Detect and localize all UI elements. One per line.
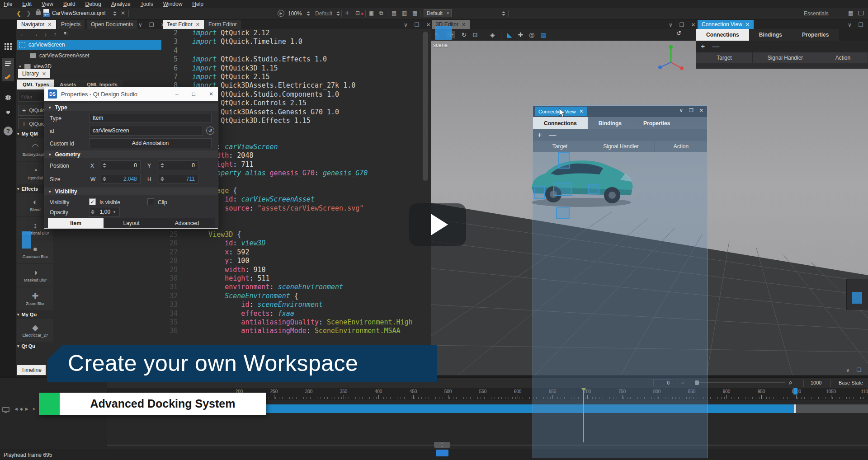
reset-icon[interactable]: ↺: [206, 127, 214, 135]
close-icon[interactable]: ✕: [42, 71, 46, 77]
timeline-section-bar[interactable]: [219, 404, 794, 413]
open-file-name[interactable]: CarViewScreen.ui.qml: [52, 10, 106, 16]
help-icon[interactable]: ?: [2, 125, 14, 137]
dialog-tab-advanced[interactable]: Advanced: [159, 218, 215, 228]
float-icon[interactable]: ❐: [689, 108, 693, 113]
float-icon[interactable]: ❐: [149, 22, 154, 28]
zoom-in-icon[interactable]: ⌕: [789, 379, 793, 386]
tab-navigator[interactable]: Navigator✕: [17, 20, 56, 29]
tab-timeline[interactable]: Timeline: [17, 365, 46, 375]
editor-pane-controls[interactable]: ∨❐✕: [404, 22, 431, 28]
column-signal-handler[interactable]: Signal Handler: [587, 141, 655, 152]
code-line[interactable]: 32 SceneEnvironment {: [161, 292, 431, 300]
code-line[interactable]: 3import QtQuick.Timeline 1.0: [161, 38, 431, 46]
filter-icon[interactable]: ▼⁞: [63, 31, 68, 38]
video-scrubber-handle[interactable]: [436, 450, 448, 456]
menu-help[interactable]: Help: [192, 1, 203, 7]
move-down-icon[interactable]: ↓: [44, 31, 47, 38]
tab-open-documents[interactable]: Open Documents: [87, 20, 137, 29]
library-section-header[interactable]: ▾My Qu: [17, 311, 54, 318]
move-right-icon[interactable]: →: [32, 31, 38, 38]
library-item[interactable]: ◑Masked Blur: [17, 264, 53, 286]
menu-build[interactable]: Build: [63, 1, 75, 7]
code-line[interactable]: 29 width: 910: [161, 266, 431, 274]
rotate-tool-icon[interactable]: ↻: [461, 31, 467, 38]
grid-icon[interactable]: ▦: [412, 10, 417, 16]
close-icon[interactable]: ✕: [462, 22, 466, 28]
code-line[interactable]: 2import QtQuick 2.12: [161, 29, 431, 38]
float-icon[interactable]: ❐: [859, 22, 863, 28]
code-line[interactable]: 26 id: view3D: [161, 239, 431, 248]
menu-tools[interactable]: Tools: [141, 1, 153, 7]
columns-icon[interactable]: ▥: [402, 10, 407, 16]
timeline-scrollbar-handle[interactable]: ⌄⌄: [434, 442, 450, 448]
viewport-pane-controls[interactable]: ∨❐✕: [669, 22, 696, 28]
id-field[interactable]: carViewScreen: [89, 126, 203, 136]
welcome-grid-icon[interactable]: [2, 41, 14, 52]
add-connection-button[interactable]: +: [701, 42, 705, 51]
editor-scrollbar[interactable]: [423, 32, 428, 181]
code-line[interactable]: 36 antialiasingMode: SceneEnvironment.MS…: [161, 327, 431, 335]
chevron-down-icon[interactable]: ∨: [138, 22, 142, 28]
minimize-icon[interactable]: –: [175, 91, 179, 97]
chevron-down-icon[interactable]: ∨: [404, 22, 408, 28]
remove-connection-button[interactable]: —: [549, 131, 556, 139]
timeline-section-bar-overflow[interactable]: [796, 404, 868, 413]
outline-add-icon[interactable]: ⧉: [379, 10, 383, 16]
views-grid-icon[interactable]: ▦: [848, 10, 853, 16]
floating-connection-view[interactable]: Connection View ✕ ∨❐✕ Connections Bindin…: [533, 105, 708, 458]
code-line[interactable]: 6import QtQuick3D 1.15: [161, 64, 431, 73]
camera-mode-icon[interactable]: ◣: [507, 31, 512, 38]
clip-checkbox[interactable]: ✓: [147, 198, 154, 205]
close-icon[interactable]: ✕: [699, 108, 703, 113]
section-type[interactable]: ▾Type: [44, 103, 218, 111]
section-geometry[interactable]: ▾Geometry: [44, 150, 218, 158]
menu-file[interactable]: File: [4, 1, 12, 7]
keyframe-icon[interactable]: ◆: [20, 407, 23, 411]
code-line[interactable]: 4: [161, 47, 431, 55]
tab-projects[interactable]: Projects: [57, 20, 85, 29]
code-line[interactable]: 34 effects: fxaa: [161, 310, 431, 318]
float-icon[interactable]: ❐: [857, 367, 862, 373]
column-action[interactable]: Action: [818, 52, 868, 63]
y-stepper[interactable]: 0: [159, 160, 198, 170]
tab-properties[interactable]: Properties: [792, 29, 839, 41]
tab-bindings[interactable]: Bindings: [749, 29, 792, 41]
lock-icon[interactable]: [36, 11, 41, 15]
close-file-icon[interactable]: ✕: [121, 10, 125, 16]
expander-icon[interactable]: ▾: [19, 64, 21, 69]
library-item[interactable]: ✚Zoom Blur: [17, 287, 53, 310]
move-left-icon[interactable]: ←: [20, 31, 26, 38]
annotation-stepper[interactable]: [502, 11, 505, 16]
height-stepper[interactable]: 711: [159, 174, 198, 184]
tab-connections[interactable]: Connections: [696, 29, 749, 41]
close-icon[interactable]: ✕: [209, 91, 213, 97]
debug-bug-icon[interactable]: [2, 91, 14, 103]
edit-list-icon[interactable]: [2, 58, 14, 70]
menu-debug[interactable]: Debug: [85, 1, 101, 7]
close-icon[interactable]: ✕: [579, 108, 583, 114]
comments-icon[interactable]: [858, 11, 864, 15]
axis-gizmo[interactable]: [656, 44, 685, 78]
x-stepper[interactable]: 0: [101, 160, 141, 170]
dialog-titlebar[interactable]: DS Properties - Qt Design Studio – □ ✕: [44, 87, 218, 101]
float-icon[interactable]: ❐: [415, 22, 420, 28]
connection-pane-controls[interactable]: ∨❐✕: [848, 22, 868, 28]
global-axis-icon[interactable]: ✚: [518, 31, 524, 38]
zoom-stepper[interactable]: [307, 11, 310, 16]
add-annotation-button[interactable]: Add Annotation: [89, 138, 212, 148]
menu-view[interactable]: View: [42, 1, 53, 7]
state-selector[interactable]: Base State: [839, 380, 863, 385]
section-visibility[interactable]: ▾Visibility: [44, 188, 218, 195]
next-keyframe-icon[interactable]: ▶: [25, 407, 28, 411]
chevron-down-icon[interactable]: ∨: [669, 22, 673, 28]
tab-form-editor[interactable]: Form Editor: [204, 20, 241, 29]
menu-analyze[interactable]: Analyze: [111, 1, 131, 7]
tree-item-carviewscreenasset[interactable]: carViewScreenAsset: [17, 51, 161, 61]
library-item[interactable]: ◆Electriccar_27: [17, 319, 53, 342]
close-icon[interactable]: ✕: [426, 22, 431, 28]
code-line[interactable]: 27 x: 592: [161, 248, 431, 257]
remove-connection-button[interactable]: —: [712, 42, 719, 51]
timeline-scrollbar[interactable]: [107, 445, 868, 446]
timeline-pane-controls[interactable]: ∨❐✕: [846, 367, 868, 373]
